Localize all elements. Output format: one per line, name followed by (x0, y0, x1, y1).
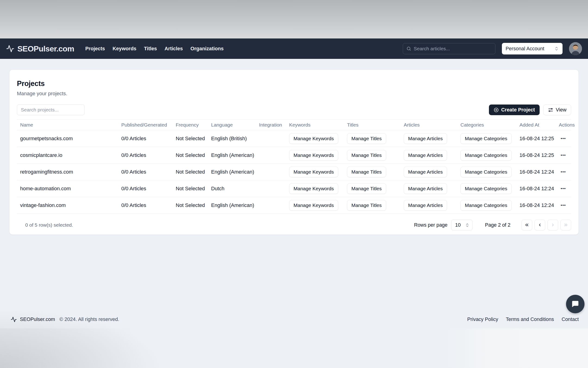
manage-categories-button[interactable]: Manage Categories (460, 167, 512, 177)
toolbar: Create Project View (17, 104, 571, 115)
account-select[interactable]: Personal Account (502, 43, 562, 55)
published-cell: 0/0 Articles (118, 202, 173, 208)
manage-keywords-button[interactable]: Manage Keywords (289, 183, 338, 194)
projects-table: Name Published/Generated Frequency Langu… (17, 119, 571, 214)
manage-keywords-button[interactable]: Manage Keywords (289, 150, 338, 161)
published-cell: 0/0 Articles (118, 169, 173, 175)
row-more-button[interactable]: ••• (559, 202, 568, 209)
frequency-cell: Not Selected (173, 169, 208, 175)
privacy-policy-link[interactable]: Privacy Policy (467, 317, 498, 322)
manage-titles-button[interactable]: Manage Titles (347, 167, 386, 177)
manage-titles-button[interactable]: Manage Titles (347, 183, 386, 194)
pulse-logo-icon (11, 316, 17, 322)
col-header-language: Language (208, 122, 256, 128)
manage-articles-button[interactable]: Manage Articles (404, 183, 447, 194)
row-more-button[interactable]: ••• (559, 185, 568, 192)
published-cell: 0/0 Articles (118, 152, 173, 158)
projects-card: Projects Manage your projects. Create Pr… (9, 70, 579, 235)
view-label: View (556, 107, 566, 113)
avatar-photo (569, 42, 582, 55)
added-at-cell: 16-08-24 12:24 (516, 186, 556, 192)
manage-articles-button[interactable]: Manage Articles (404, 150, 447, 161)
col-header-published: Published/Generated (118, 122, 173, 128)
table-footer: 0 of 5 row(s) selected. Rows per page 10… (17, 214, 571, 236)
last-page-button[interactable]: » (561, 220, 571, 230)
manage-categories-button[interactable]: Manage Categories (460, 150, 512, 161)
manage-categories-button[interactable]: Manage Categories (460, 200, 512, 211)
project-name: retrogamingfitness.com (17, 169, 118, 175)
col-header-categories: Categories (457, 122, 516, 128)
added-at-cell: 16-08-24 12:25 (516, 152, 556, 158)
row-more-button[interactable]: ••• (559, 168, 568, 176)
manage-keywords-button[interactable]: Manage Keywords (289, 133, 338, 144)
project-name: vintage-fashion.com (17, 202, 118, 208)
first-page-button[interactable]: « (522, 220, 532, 230)
rows-per-page-select[interactable]: 10 (451, 220, 473, 230)
col-header-actions: Actions (556, 122, 575, 128)
prev-page-button[interactable]: ‹ (535, 220, 545, 230)
language-cell: English (American) (208, 202, 256, 208)
col-header-articles: Articles (401, 122, 457, 128)
frequency-cell: Not Selected (173, 186, 208, 192)
manage-keywords-button[interactable]: Manage Keywords (289, 200, 338, 211)
manage-categories-button[interactable]: Manage Categories (460, 133, 512, 144)
manage-articles-button[interactable]: Manage Articles (404, 200, 447, 211)
added-at-cell: 16-08-24 12:24 (516, 169, 556, 175)
chat-fab-button[interactable] (566, 295, 585, 313)
page-subtitle: Manage your projects. (17, 91, 571, 97)
site-footer: SEOPulser.com © 2024. All rights reserve… (11, 313, 579, 325)
manage-titles-button[interactable]: Manage Titles (347, 133, 386, 144)
project-name: gourmetpetsnacks.com (17, 136, 118, 142)
language-cell: English (British) (208, 136, 256, 142)
view-button[interactable]: View (543, 104, 571, 115)
contact-link[interactable]: Contact (562, 317, 579, 322)
manage-categories-button[interactable]: Manage Categories (460, 183, 512, 194)
rows-per-page-value: 10 (455, 222, 461, 228)
circle-plus-icon (493, 107, 499, 113)
nav-item-organizations[interactable]: Organizations (191, 46, 224, 52)
pulse-logo-icon (6, 45, 14, 53)
manage-titles-button[interactable]: Manage Titles (347, 150, 386, 161)
chevrons-up-down-icon (554, 46, 559, 51)
table-row: vintage-fashion.com 0/0 Articles Not Sel… (17, 197, 571, 214)
next-page-button[interactable]: › (547, 220, 558, 230)
terms-link[interactable]: Terms and Conditions (506, 317, 554, 322)
manage-keywords-button[interactable]: Manage Keywords (289, 167, 338, 177)
language-cell: English (American) (208, 169, 256, 175)
frequency-cell: Not Selected (173, 136, 208, 142)
row-more-button[interactable]: ••• (559, 152, 568, 159)
published-cell: 0/0 Articles (118, 136, 173, 142)
nav-item-projects[interactable]: Projects (85, 46, 105, 52)
language-cell: Dutch (208, 186, 256, 192)
chevrons-up-down-icon (465, 223, 469, 227)
row-more-button[interactable]: ••• (559, 135, 568, 142)
account-select-value: Personal Account (506, 46, 544, 52)
brand[interactable]: SEOPulser.com (6, 44, 74, 53)
col-header-integration: Integration (256, 122, 286, 128)
articles-search-input[interactable] (414, 46, 492, 51)
manage-articles-button[interactable]: Manage Articles (404, 167, 447, 177)
top-gradient-band (0, 0, 588, 38)
nav-item-articles[interactable]: Articles (165, 46, 183, 52)
pagination: « ‹ › » (522, 220, 571, 230)
footer-brand: SEOPulser.com (20, 317, 55, 322)
user-avatar[interactable] (569, 42, 582, 55)
table-row: gourmetpetsnacks.com 0/0 Articles Not Se… (17, 130, 571, 147)
table-row: retrogamingfitness.com 0/0 Articles Not … (17, 164, 571, 180)
project-name: cosmicplantcare.io (17, 152, 118, 158)
brand-name: SEOPulser.com (17, 44, 74, 53)
footer-copyright: © 2024. All rights reserved. (60, 317, 119, 322)
published-cell: 0/0 Articles (118, 186, 173, 192)
col-header-frequency: Frequency (173, 122, 208, 128)
manage-articles-button[interactable]: Manage Articles (404, 133, 447, 144)
nav-item-titles[interactable]: Titles (144, 46, 157, 52)
table-header-row: Name Published/Generated Frequency Langu… (17, 119, 571, 130)
chat-bubble-icon (571, 300, 579, 308)
nav-item-keywords[interactable]: Keywords (113, 46, 136, 52)
manage-titles-button[interactable]: Manage Titles (347, 200, 386, 211)
table-row: home-automation.com 0/0 Articles Not Sel… (17, 180, 571, 197)
col-header-name: Name (17, 122, 118, 128)
language-cell: English (American) (208, 152, 256, 158)
create-project-button[interactable]: Create Project (489, 104, 540, 115)
projects-search-input[interactable] (17, 104, 85, 115)
